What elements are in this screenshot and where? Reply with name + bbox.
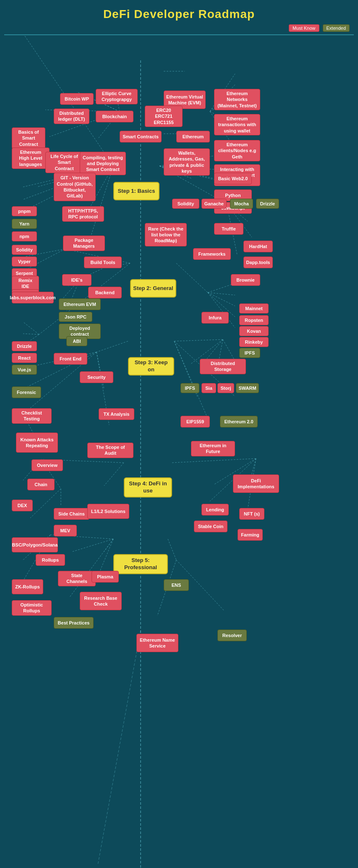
l1l2[interactable]: L1/L2 Solutions	[87, 504, 129, 519]
mev[interactable]: MEV	[54, 525, 77, 536]
best-practices[interactable]: Best Practices	[54, 617, 94, 629]
tx-analysis[interactable]: TX Analysis	[99, 408, 134, 420]
page-title: DeFi Developer Roadmap	[0, 0, 358, 24]
lending[interactable]: Lending	[201, 504, 229, 516]
frameworks[interactable]: Frameworks	[193, 248, 231, 260]
overview[interactable]: Overview	[31, 459, 63, 471]
dapptools[interactable]: Dapp.tools	[243, 257, 273, 268]
svg-line-49	[208, 293, 235, 306]
eth20[interactable]: Ethereum 2.0	[220, 416, 258, 428]
ipfs2[interactable]: IPFS	[180, 383, 199, 393]
checklist[interactable]: Checklist Testing	[12, 408, 52, 424]
react[interactable]: React	[12, 353, 37, 363]
kovan[interactable]: Kovan	[239, 326, 269, 336]
sia[interactable]: Sia	[201, 383, 216, 393]
eth-tx[interactable]: Ethereum transactions with using wallet	[214, 114, 260, 135]
frontend[interactable]: Front End	[54, 353, 87, 365]
eth-networks[interactable]: Ethereum Networks (Mainnet, Testnet)	[214, 89, 260, 110]
ropsten[interactable]: Ropsten	[239, 315, 269, 325]
scope-audit[interactable]: The Scope of Audit	[87, 443, 133, 458]
eth-clients[interactable]: Ethereum clients/Nodes e.g Geth	[214, 140, 260, 161]
compiling[interactable]: Compiling, testing and Deploying Smart C…	[80, 152, 126, 175]
drizzle1[interactable]: Drizzle	[256, 199, 279, 209]
eip1559[interactable]: EIP1559	[180, 416, 210, 428]
pnpm[interactable]: pnpm	[12, 206, 37, 216]
eth-evm[interactable]: Ethereum EVM	[59, 298, 101, 310]
mainnet[interactable]: Mainnet	[239, 303, 269, 314]
bitcoin-wp[interactable]: Bitcoin WP	[60, 93, 94, 105]
svg-line-48	[208, 293, 235, 295]
defi-impl[interactable]: DeFi Implementations	[233, 474, 279, 493]
eth-future[interactable]: Ethereum in Future	[191, 441, 235, 456]
research[interactable]: Research Base Check	[80, 592, 122, 610]
ganache[interactable]: Ganache	[201, 199, 227, 209]
labs[interactable]: labs.superblock.com	[12, 292, 54, 303]
step1[interactable]: Step 1: Basics	[113, 182, 159, 200]
git[interactable]: GIT - Version Control (GitHub, Bitbucket…	[54, 173, 96, 201]
swarm[interactable]: SWARM	[236, 383, 259, 393]
vyper[interactable]: Vyper	[12, 257, 37, 267]
forensic[interactable]: Forensic	[12, 386, 41, 398]
dist-storage[interactable]: Distributed Storage	[200, 359, 246, 374]
build-tools[interactable]: Build Tools	[84, 257, 122, 268]
smart-contracts[interactable]: Smart Contracts	[120, 131, 162, 143]
backend[interactable]: Backend	[88, 287, 122, 298]
elliptic[interactable]: Elliptic Curve Cryptograpgy	[96, 89, 138, 104]
vuejs[interactable]: Vue.js	[12, 365, 37, 375]
step3[interactable]: Step 3: Keep on	[128, 357, 174, 376]
abi[interactable]: ABI	[66, 336, 87, 346]
rinkeby[interactable]: Rinkeby	[239, 337, 269, 347]
dlt[interactable]: Distributed ledger (DLT)	[54, 109, 89, 124]
dex[interactable]: DEX	[12, 500, 33, 511]
known-attacks[interactable]: Known Attacks Repeating	[16, 433, 58, 453]
ipfs1[interactable]: IPFS	[239, 348, 260, 358]
hardhat[interactable]: HardHat	[243, 241, 273, 252]
plasma[interactable]: Plasma	[91, 571, 119, 583]
ens[interactable]: ENS	[164, 579, 189, 591]
security[interactable]: Security	[80, 371, 113, 383]
mocha[interactable]: Mocha	[230, 199, 253, 209]
solidity1[interactable]: Solidity	[172, 199, 199, 209]
rollups[interactable]: Rollups	[36, 554, 65, 566]
storj[interactable]: Storj	[217, 383, 234, 393]
basic-web2[interactable]: Basic Web2.0	[214, 173, 252, 184]
farming[interactable]: Farming	[238, 529, 263, 541]
brownie[interactable]: Brownie	[231, 274, 260, 286]
roadmap-map: Bitcoin WPElliptic Curve CryptograpgyBlo…	[0, 35, 358, 868]
solidity2[interactable]: Solidity	[12, 245, 37, 255]
stable-coin[interactable]: Stable Coin	[194, 521, 227, 532]
npm[interactable]: npm	[12, 231, 37, 241]
optimistic[interactable]: Optimistic Rollups	[12, 600, 52, 616]
infura[interactable]: Infura	[201, 312, 229, 324]
rare[interactable]: Rare (Check the list below the RoadMap)	[145, 223, 187, 246]
eth-hl[interactable]: Ethereum High Level languages	[12, 148, 50, 169]
ides[interactable]: IDE's	[62, 274, 91, 286]
step2[interactable]: Step 2: General	[130, 279, 176, 298]
nft[interactable]: NFT (s)	[239, 508, 264, 520]
http[interactable]: HTTP/HTTPS, RPC protocol	[62, 206, 104, 222]
sidechains[interactable]: Side Chains	[54, 508, 89, 520]
svg-line-82	[104, 539, 113, 552]
state-channels[interactable]: State Channels	[58, 571, 96, 586]
resolver[interactable]: Resolver	[217, 630, 247, 641]
json-rpc[interactable]: Json RPC	[59, 312, 92, 322]
step5[interactable]: Step 5: Professional	[113, 554, 168, 574]
package-mgr[interactable]: Package Managers	[63, 236, 105, 251]
svg-line-40	[23, 322, 39, 334]
lifecycle[interactable]: Life Cycle of Smart Contract	[45, 152, 83, 173]
chain[interactable]: Chain	[27, 479, 55, 490]
step4[interactable]: Step 4: DeFi in use	[124, 477, 172, 497]
basics-sc[interactable]: Basics of Smart Contract	[12, 127, 45, 149]
eth-name-svc[interactable]: Ethereum Name Service	[136, 634, 178, 652]
wallets[interactable]: Wallets, Addresses, Gas, private & publi…	[164, 148, 210, 176]
yarn[interactable]: Yarn	[12, 219, 37, 229]
svg-line-83	[99, 539, 113, 574]
truffle[interactable]: Truffle	[214, 223, 243, 235]
blockchain[interactable]: Blockchain	[96, 111, 133, 122]
zk-rollups[interactable]: ZK-Rollups	[12, 579, 43, 594]
bsc[interactable]: BSC/Polygon/Solana	[12, 537, 58, 552]
erc[interactable]: ERC20 ERC721 ERC1155	[145, 106, 183, 127]
drizzle2[interactable]: Drizzle	[12, 341, 37, 351]
svg-line-84	[69, 539, 113, 598]
ethereum[interactable]: Ethereum	[176, 131, 210, 143]
